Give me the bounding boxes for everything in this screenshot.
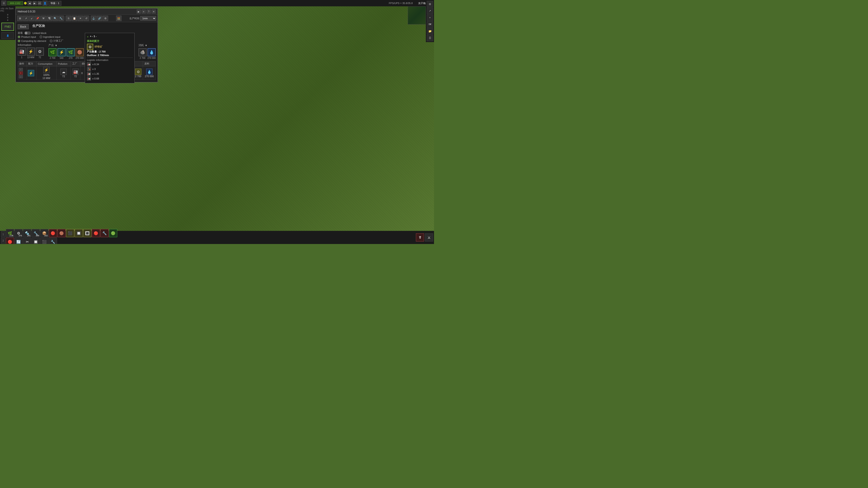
help-win-btn[interactable]: ? <box>147 9 151 13</box>
rp-btn-2[interactable]: ↗ <box>427 8 433 14</box>
col-factory: 工厂 <box>71 61 80 66</box>
tb-settings-icon[interactable]: ⚙ <box>103 16 108 21</box>
hotbar-item-1-2[interactable]: ⚙376 <box>14 229 23 237</box>
play-button[interactable]: ▶ <box>33 1 37 5</box>
tb-link-icon[interactable]: 🔗 <box>97 16 102 21</box>
rp-btn-5[interactable]: 📁 <box>427 28 433 34</box>
back-button[interactable]: Back <box>18 24 29 29</box>
consumption-value-2: 270 000 <box>148 57 156 59</box>
rp-btn-6[interactable]: ☰ <box>427 35 433 41</box>
action-buttons: ↑ ✕ ↓ <box>19 68 26 78</box>
cell-consumption: ⚡ 100% 13 MW <box>36 66 57 80</box>
lp-zero2: 0 <box>7 16 8 19</box>
hotbar-item-1-3[interactable]: 🔩281 <box>23 229 31 237</box>
ingredient-input-radio-circle <box>40 35 42 38</box>
tb-pin-icon[interactable]: 📌 <box>35 16 40 21</box>
hotbar-item-1-7[interactable]: 🟤 <box>58 229 66 237</box>
tb-separator1 <box>65 16 65 21</box>
tooltip-output-qty: 产出数量：2 700 <box>87 50 133 54</box>
output-item-4[interactable]: 🟤 270 000 <box>75 48 84 59</box>
hotbar-item-1-8[interactable]: ⬛ <box>66 229 74 237</box>
close-win-btn[interactable]: ✕ <box>152 9 156 13</box>
output-item-3[interactable]: 🌿 270 <box>66 48 75 59</box>
hotbar-item-1-12[interactable]: 🔧 <box>100 229 108 237</box>
hotbar-item-2-5[interactable]: ⬛ <box>40 238 49 244</box>
ingredient-input-radio[interactable]: Ingredient input <box>40 35 60 38</box>
hotbar-item-2-4[interactable]: 🔲 <box>32 238 40 244</box>
output-item-2[interactable]: ⚡ 540 <box>58 48 66 59</box>
output-title: 产出 ▼ <box>49 43 84 47</box>
hotbar-item-2-3[interactable]: ✂ <box>23 238 31 244</box>
consumption-item-2[interactable]: 💧 270 000 <box>148 48 156 59</box>
hotbar-item-2-1[interactable]: 🔴 <box>6 238 14 244</box>
linked-block-toggle[interactable] <box>25 31 31 35</box>
hotbar-item-1-10[interactable]: 🔳 <box>83 229 91 237</box>
tb-refresh-icon[interactable]: ↺ <box>84 16 89 21</box>
hotbar-item-1-13[interactable]: 🟢 <box>109 229 117 237</box>
consumption-filter-icon[interactable]: ▼ <box>145 44 148 47</box>
computing-factory-label: 计算工厂 <box>53 39 63 42</box>
tb-calc-icon[interactable]: 🧮 <box>116 16 122 21</box>
consumption-cell-icon: ⚡ <box>43 67 50 73</box>
modules-value: 0 <box>81 72 83 74</box>
consumption-item-1[interactable]: 🪨 2 700 <box>138 48 147 59</box>
hotbar-slots: 🌿2.0k ⚙376 🔩281 🔧388 📦202 🔴 🟤 ⬛ 🔲 🔳 🔴 🔧 … <box>6 229 117 244</box>
move-up-button[interactable]: ↑ <box>19 68 23 71</box>
tb-build-icon[interactable]: 🏗 <box>46 16 52 21</box>
move-down-button[interactable]: ↓ <box>19 75 23 78</box>
product-input-radio[interactable]: Product input <box>18 35 36 38</box>
tb-grid-icon[interactable]: ⊞ <box>17 16 23 21</box>
menu-icon[interactable]: ☰ <box>1 1 6 6</box>
hotbar-item-1-1[interactable]: 🌿2.0k <box>6 229 14 237</box>
hotbar-item-2-2[interactable]: 🔄 <box>14 238 23 244</box>
right-item-1[interactable]: 🗡 <box>416 233 424 242</box>
prev-button[interactable]: ◀ <box>28 1 32 5</box>
production-time-select[interactable]: 1min 1s 1h <box>140 16 156 21</box>
hotbar-item-1-9[interactable]: 🔲 <box>75 229 83 237</box>
tb-import-icon[interactable]: ↙ <box>29 16 34 21</box>
rp-btn-3[interactable]: + <box>427 14 433 21</box>
linked-block-label: Linked block <box>33 32 46 34</box>
play-win-btn[interactable]: ▶ <box>137 9 141 13</box>
cell-actions: ↑ ✕ ↓ <box>18 66 27 80</box>
tb-delete-icon[interactable]: ✕ <box>78 16 83 21</box>
hotbar-item-1-4[interactable]: 🔧388 <box>32 229 40 237</box>
cell-recipe[interactable]: ⚡ <box>27 66 36 80</box>
pollution-cell-icon: ☁ <box>60 68 67 75</box>
logistic-row-3: 🚛 x 1.35 <box>87 72 133 76</box>
computing-factory-radio[interactable]: 计算工厂 <box>50 39 63 42</box>
hotbar-item-1-5[interactable]: 📦202 <box>40 229 49 237</box>
tb-paste-icon[interactable]: 📋 <box>72 16 77 21</box>
output-block: 产出 ▼ 🌿 2 700 ⚡ 540 🌿 270 <box>49 43 84 59</box>
tb-export-icon[interactable]: ↗ <box>23 16 29 21</box>
fnei-button[interactable]: FNEI <box>1 23 14 31</box>
tb-tool-icon[interactable]: ⚒ <box>41 16 46 21</box>
list-win-btn[interactable]: ≡ <box>142 9 146 13</box>
rp-btn-4[interactable]: 🗺 <box>427 21 433 28</box>
tb-copy-icon[interactable]: ⎘ <box>66 16 71 21</box>
module-icon: ⚙ <box>36 48 44 56</box>
tooltip-logistic-title: Logistic information <box>87 59 133 61</box>
cell-material-1[interactable]: ⚙ 2 700 <box>133 66 143 80</box>
tb-wrench-icon[interactable]: 🔧 <box>58 16 64 21</box>
computing-by-element-radio[interactable]: Computing by element <box>18 40 46 42</box>
tooltip-add-recipe[interactable]: 添加此配方 <box>87 39 133 43</box>
consumption-icon-1: 🪨 <box>138 48 147 56</box>
output-icon-3: 🌿 <box>66 48 75 56</box>
hotbar-item-1-11[interactable]: 🔴 <box>92 229 100 237</box>
delete-button[interactable]: ✕ <box>19 71 23 75</box>
output-filter-icon[interactable]: ▼ <box>55 44 58 47</box>
cell-factory: 🏭 72 <box>71 66 80 80</box>
hotbar-item-1-6[interactable]: 🔴 <box>49 229 57 237</box>
output-item-1[interactable]: 🌿 2 700 <box>49 48 57 59</box>
tooltip-plus-icon: + <box>87 35 89 38</box>
tb-anchor-icon[interactable]: ⚓ <box>91 16 96 21</box>
character-icon[interactable]: 👤 <box>42 1 48 6</box>
hotbar-item-2-6[interactable]: 🔧 <box>49 238 57 244</box>
cell-material-2[interactable]: 💧 270 000 <box>143 66 156 80</box>
level-display: 等级：1 <box>49 1 61 6</box>
right-item-2[interactable]: ⚔ <box>425 233 433 242</box>
tb-search-icon[interactable]: 🔍 <box>53 16 58 21</box>
rp-btn-1[interactable]: ⊞ <box>427 1 433 7</box>
output-icon-1: 🌿 <box>49 48 57 56</box>
